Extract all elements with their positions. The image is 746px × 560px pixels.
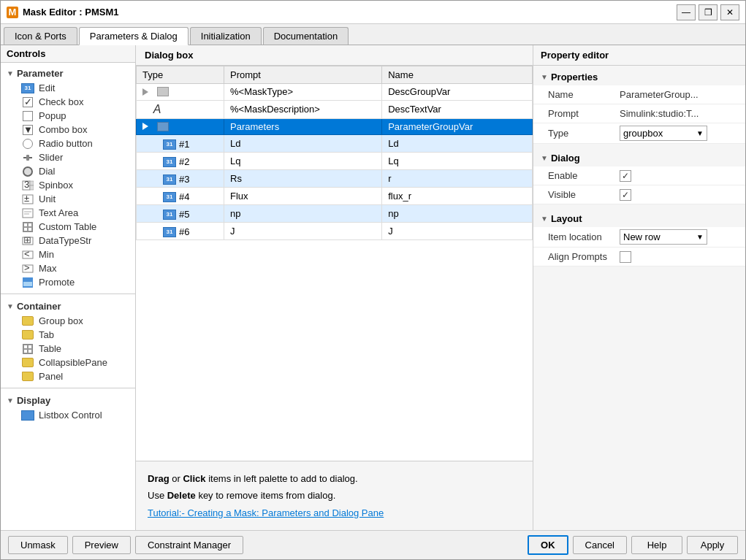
prop-type-dropdown[interactable]: groupbox ▼ — [620, 126, 707, 141]
sidebar-item-radiobutton[interactable]: Radio button — [1, 137, 135, 150]
table-row[interactable]: 31 #6 J J — [137, 223, 533, 240]
cancel-button[interactable]: Cancel — [573, 536, 627, 554]
dropdown-arrow-icon: ▼ — [696, 233, 704, 241]
row-name: J — [382, 223, 533, 240]
prop-alignprompts-checkbox[interactable] — [620, 251, 631, 263]
sidebar-item-listbox[interactable]: Listbox Control — [1, 408, 135, 422]
dialog-section: ▼ Dialog Enable ✓ Visible ✓ — [533, 150, 745, 204]
help-button[interactable]: Help — [631, 536, 682, 554]
prop-prompt-value: Simulink:studio:T... — [620, 108, 738, 119]
col-name: Name — [382, 66, 533, 84]
svg-rect-5 — [30, 185, 34, 190]
parameter-expand-icon: ▼ — [7, 69, 14, 77]
prop-itemlocation-dropdown[interactable]: New row ▼ — [620, 229, 707, 245]
sidebar-item-slider[interactable]: Slider — [1, 150, 135, 164]
table-row[interactable]: A %<MaskDescription> DescTextVar — [137, 100, 533, 118]
prop-enable-checkbox[interactable]: ✓ — [620, 170, 631, 182]
sidebar-item-max[interactable]: > Max — [1, 261, 135, 275]
sidebar-item-checkbox[interactable]: ✓ Check box — [1, 95, 135, 109]
prop-itemlocation-label: Item location — [548, 231, 614, 242]
properties-section-header[interactable]: ▼ Properties — [533, 69, 745, 85]
preview-button[interactable]: Preview — [72, 536, 131, 554]
restore-button[interactable]: ❒ — [699, 4, 718, 20]
dialog-section-header[interactable]: ▼ Dialog — [533, 150, 745, 166]
tutorial-link[interactable]: Tutorial:- Creating a Mask: Parameters a… — [148, 507, 384, 518]
table-row[interactable]: 31 #5 np np — [137, 205, 533, 223]
tab-initialization[interactable]: Initialization — [190, 27, 262, 45]
unmask-button[interactable]: Unmask — [8, 536, 68, 554]
spin-icon: 31 — [21, 180, 34, 191]
table-row[interactable]: 31 #4 Flux flux_r — [137, 188, 533, 205]
layout-section-header[interactable]: ▼ Layout — [533, 210, 745, 227]
row-prompt: Rs — [224, 170, 382, 188]
row-prompt: %<MaskDescription> — [224, 100, 382, 118]
sidebar-item-table[interactable]: Table — [1, 342, 135, 356]
row-type-icon: 31 #6 — [163, 226, 189, 237]
sidebar-item-datatypestr[interactable]: ⊞ DataTypeStr — [1, 234, 135, 248]
minimize-button[interactable]: — — [677, 4, 696, 20]
constraint-manager-button[interactable]: Constraint Manager — [135, 536, 243, 554]
container-section-header[interactable]: ▼ Container — [1, 299, 135, 314]
checkbox-checked-icon: ✓ — [622, 171, 629, 181]
table-row[interactable]: %<MaskType> DescGroupVar — [137, 84, 533, 101]
row-type-icon: 31 #1 — [163, 139, 189, 150]
row-name: Ld — [382, 135, 533, 153]
prop-visible-checkbox[interactable]: ✓ — [620, 189, 631, 201]
main-window: M Mask Editor : PMSM1 — ❒ ✕ Icon & Ports… — [0, 0, 746, 560]
dialog-table-area[interactable]: Type Prompt Name — [136, 66, 533, 461]
row-type-icon: 31 #5 — [163, 209, 189, 220]
tab-parameters-dialog[interactable]: Parameters & Dialog — [79, 27, 189, 45]
promote-icon — [21, 277, 34, 288]
tab-documentation[interactable]: Documentation — [263, 27, 349, 45]
hint-area: Drag or Click items in left palette to a… — [136, 461, 533, 530]
sidebar-item-collapsiblepane[interactable]: CollapsiblePane — [1, 356, 135, 369]
parameter-section-header[interactable]: ▼ Parameter — [1, 66, 135, 81]
dialog-box-header: Dialog box — [136, 45, 533, 66]
title-bar: M Mask Editor : PMSM1 — ❒ ✕ — [1, 1, 745, 24]
sidebar-item-edit[interactable]: 31 Edit — [1, 81, 135, 95]
display-expand-icon: ▼ — [7, 396, 14, 404]
col-type: Type — [137, 66, 224, 84]
sidebar-item-spinbox[interactable]: 31 Spinbox — [1, 178, 135, 192]
app-icon: M — [7, 7, 18, 18]
row-name: DescTextVar — [382, 100, 533, 118]
prop-type-label: Type — [548, 128, 614, 139]
prop-alignprompts-row: Align Prompts — [533, 248, 745, 266]
sidebar-item-panel[interactable]: Panel — [1, 369, 135, 383]
prop-alignprompts-label: Align Prompts — [548, 251, 614, 262]
hint-link-line: Tutorial:- Creating a Mask: Parameters a… — [148, 505, 521, 521]
ok-button[interactable]: OK — [528, 535, 568, 555]
tab-icon — [21, 330, 34, 340]
sidebar-item-unit[interactable]: ± Unit — [1, 192, 135, 206]
sidebar-item-groupbox[interactable]: Group box — [1, 314, 135, 328]
sidebar-item-popup[interactable]: Popup — [1, 109, 135, 123]
sidebar-item-promote[interactable]: Promote — [1, 275, 135, 289]
edit-icon: 31 — [21, 83, 34, 93]
tab-icon-ports[interactable]: Icon & Ports — [4, 27, 77, 45]
sidebar-scroll[interactable]: ▼ Parameter 31 Edit ✓ Check box — [1, 63, 135, 530]
sidebar-item-min[interactable]: < Min — [1, 248, 135, 261]
layout-expand-icon: ▼ — [541, 215, 548, 223]
sidebar-item-combobox[interactable]: ▼ Combo box — [1, 123, 135, 137]
display-section-header[interactable]: ▼ Display — [1, 393, 135, 408]
table-row[interactable]: 31 #3 Rs r — [137, 170, 533, 188]
table-icon — [21, 344, 34, 354]
textarea-icon — [21, 208, 34, 218]
prop-name-row: Name ParameterGroup... — [533, 85, 745, 104]
prop-prompt-row: Prompt Simulink:studio:T... — [533, 104, 745, 123]
sidebar-item-dial[interactable]: Dial — [1, 164, 135, 178]
prop-name-value: ParameterGroup... — [620, 89, 738, 100]
row-name: np — [382, 205, 533, 223]
apply-button[interactable]: Apply — [687, 536, 738, 554]
svg-rect-8 — [23, 209, 33, 218]
sidebar-item-tab[interactable]: Tab — [1, 328, 135, 342]
sidebar-item-customtable[interactable]: Custom Table — [1, 220, 135, 234]
row-name: DescGroupVar — [382, 84, 533, 101]
hint-drag: Drag — [148, 473, 170, 484]
table-row[interactable]: 31 #1 Ld Ld — [137, 135, 533, 153]
sidebar-item-textarea[interactable]: Text Area — [1, 206, 135, 220]
svg-text:>: > — [24, 264, 30, 273]
table-row[interactable]: 31 #2 Lq Lq — [137, 153, 533, 170]
table-row[interactable]: Parameters ParameterGroupVar — [137, 118, 533, 135]
close-button[interactable]: ✕ — [720, 4, 739, 20]
